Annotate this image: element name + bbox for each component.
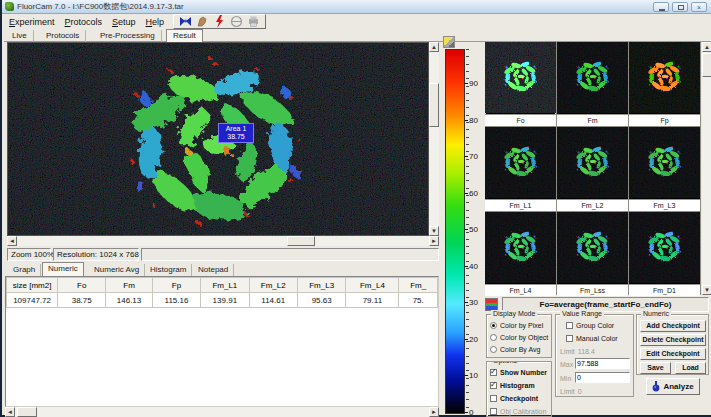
scale-palette-icon[interactable] [443, 36, 455, 48]
color-scale-legend: 90 80 70 60 50 40 30 20 10 0 [442, 36, 484, 417]
cell-fm-lss: 75. [399, 293, 438, 308]
blue-bowtie-icon[interactable] [179, 15, 192, 28]
tab-live[interactable]: Live [6, 30, 34, 42]
radio-color-by-object[interactable]: Color by Object [490, 333, 548, 342]
checkbox-icon [490, 395, 497, 402]
thumb-fm-l2[interactable]: Fm_L2 [557, 127, 628, 211]
scroll-right-icon[interactable]: ► [429, 236, 439, 246]
min-label: Min [560, 374, 571, 383]
tab-histogram[interactable]: Histogram [145, 264, 192, 276]
thumb-fm-lss[interactable]: Fm_Lss [557, 212, 628, 296]
tab-protocols[interactable]: Protocols [40, 30, 86, 42]
scroll-down-icon[interactable]: ▼ [429, 226, 439, 236]
thumb-label: Fm_L3 [629, 199, 700, 211]
checkbox-obj-calibration[interactable]: Obj Calibration [490, 407, 546, 416]
image-vertical-scrollbar[interactable]: ▲ ▼ [429, 42, 439, 236]
scroll-up-icon[interactable]: ▲ [429, 42, 439, 52]
table-horizontal-scrollbar[interactable]: ◄ ► [5, 407, 439, 417]
menu-protocols[interactable]: Protocols [60, 16, 108, 28]
radio-color-by-avg[interactable]: Color By Avg [490, 345, 540, 354]
tab-numeric[interactable]: Numeric [42, 262, 84, 276]
load-button[interactable]: Load [675, 362, 706, 374]
checkbox-histogram[interactable]: Histogram [490, 381, 535, 390]
checkbox-group-color[interactable]: Group Color [566, 321, 614, 330]
printer-icon[interactable] [247, 15, 260, 28]
menu-bar: Experiment Protocols Setup Help [4, 14, 711, 29]
column-header: Fm_L2 [249, 278, 297, 293]
cell-fp: 115.16 [152, 293, 200, 308]
column-header: Fm_ [399, 278, 438, 293]
max-input[interactable] [575, 358, 630, 369]
scroll-thumb[interactable] [702, 53, 711, 77]
column-header: Fm [106, 278, 153, 293]
area-marker-value: 38.75 [219, 133, 253, 141]
scroll-down-icon[interactable]: ▼ [702, 285, 711, 295]
red-flash-icon[interactable] [213, 15, 226, 28]
menu-experiment[interactable]: Experiment [4, 16, 60, 28]
thumb-label: Fm_L2 [557, 199, 628, 211]
cell-fm-l3: 95.63 [297, 293, 345, 308]
checkbox-checkpoint[interactable]: Checkpoint [490, 394, 538, 403]
save-button[interactable]: Save [640, 362, 671, 374]
thumb-fm-l4[interactable]: Fm_L4 [485, 212, 556, 296]
thumb-image [557, 127, 628, 198]
scroll-thumb[interactable] [17, 407, 37, 417]
checkbox-show-number[interactable]: Show Number [490, 368, 547, 377]
numeric-group: Numeric Add Checkpoint Delete Checkpoint… [636, 314, 709, 375]
thumb-fm[interactable]: Fm [557, 42, 628, 126]
min-input[interactable] [575, 372, 630, 383]
scroll-thumb[interactable] [287, 236, 315, 246]
table-row[interactable]: 109747.72 38.75 146.13 115.16 139.91 114… [7, 293, 438, 308]
scale-tick: 70 [469, 153, 478, 161]
thumb-label: Fm_L1 [485, 199, 556, 211]
thumb-fm-l3[interactable]: Fm_L3 [629, 127, 700, 211]
tab-notepad[interactable]: Notepad [193, 264, 234, 276]
restore-button[interactable] [672, 2, 688, 12]
scale-tick: 30 [469, 299, 478, 307]
frame-thumbnail-grid: Fo Fm Fp Fm_L1 Fm_L2 Fm_L3 Fm_L4 Fm_Lss [485, 42, 701, 295]
globe-icon[interactable] [230, 15, 243, 28]
tab-pre-processing[interactable]: Pre-Processing [94, 30, 162, 42]
edit-checkpoint-button[interactable]: Edit Checkpoint [640, 348, 706, 360]
brown-hand-icon[interactable] [196, 15, 209, 28]
thumb-fm-l1[interactable]: Fm_L1 [485, 127, 556, 211]
flask-icon [652, 381, 660, 392]
scale-tick: 10 [469, 372, 478, 380]
tab-graph[interactable]: Graph [8, 264, 41, 276]
minimize-button[interactable] [653, 2, 669, 12]
thumb-fo[interactable]: Fo [485, 42, 556, 126]
scale-tick: 60 [469, 190, 478, 198]
menu-setup[interactable]: Setup [107, 16, 141, 28]
close-button[interactable]: × [691, 2, 707, 12]
add-checkpoint-button[interactable]: Add Checkpoint [640, 320, 706, 332]
scroll-up-icon[interactable]: ▲ [702, 42, 711, 52]
thumbnails-vertical-scrollbar[interactable]: ▲ ▼ [702, 42, 711, 295]
analyze-button[interactable]: Analyze [646, 378, 700, 395]
zoom-status: Zoom 100% [7, 248, 51, 261]
checkbox-manual-color[interactable]: Manual Color [566, 334, 618, 343]
scroll-left-icon[interactable]: ◄ [5, 407, 15, 417]
menu-help[interactable]: Help [141, 16, 170, 28]
radio-color-by-pixel[interactable]: Color by Pixel [490, 321, 543, 330]
tab-result[interactable]: Result [166, 29, 203, 42]
tab-numeric-avg[interactable]: Numeric Avg [89, 264, 145, 276]
thumb-fm-d1[interactable]: Fm_D1 [629, 212, 700, 296]
column-header: Fm_L4 [346, 278, 399, 293]
scroll-thumb[interactable] [429, 83, 439, 127]
scroll-left-icon[interactable]: ◄ [7, 236, 17, 246]
resolution-status: Resolution: 1024 x 768 [53, 248, 139, 261]
area-marker[interactable]: Area 1 38.75 [218, 123, 254, 143]
scroll-right-icon[interactable]: ► [429, 407, 439, 417]
scale-tick: 50 [469, 226, 478, 234]
cell-fm-l4: 79.11 [346, 293, 399, 308]
delete-checkpoint-button[interactable]: Delete Checkpoint [640, 334, 706, 346]
limit-upper: Limit 118.4 [560, 347, 595, 356]
result-tab-bar: Graph Numeric Numeric Avg Histogram Note… [5, 262, 439, 276]
numeric-table: size [mm2] Fo Fm Fp Fm_L1 Fm_L2 Fm_L3 Fm… [6, 277, 438, 308]
thumb-label: Fm_Lss [557, 284, 628, 296]
thumb-label: Fp [629, 114, 700, 126]
thumb-fp[interactable]: Fp [629, 42, 700, 126]
cell-fo: 38.75 [58, 293, 106, 308]
image-horizontal-scrollbar[interactable]: ◄ ► [7, 236, 439, 246]
fluorescence-image-viewport[interactable]: Area 1 38.75 [7, 42, 429, 236]
